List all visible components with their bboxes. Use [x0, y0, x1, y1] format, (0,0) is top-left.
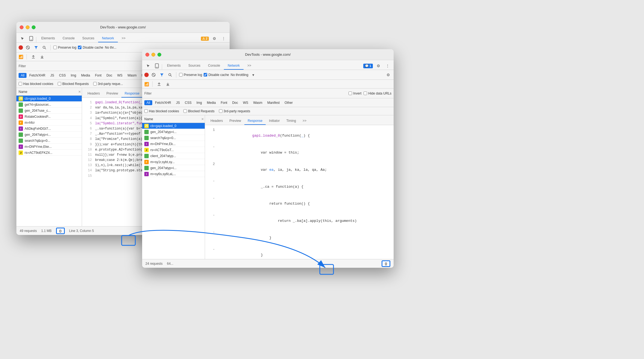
- tab-sources-back[interactable]: Sources: [78, 35, 98, 42]
- preserve-log-check-front[interactable]: [179, 73, 183, 76]
- type-font-back[interactable]: Font: [93, 73, 104, 78]
- req-item-9-back[interactable]: J rs=ACT9oEFKZ4...: [16, 150, 82, 156]
- search-button-front[interactable]: [167, 72, 173, 78]
- disable-cache-label-back[interactable]: Disable cache: [78, 46, 103, 49]
- upload-button-back[interactable]: [30, 54, 37, 60]
- tab-sources-front[interactable]: Sources: [185, 62, 204, 70]
- type-ws-back[interactable]: WS: [115, 73, 125, 78]
- disable-cache-check-front[interactable]: [204, 73, 207, 76]
- req-item-3-front[interactable]: I m=DhPYme,Ek...: [142, 141, 205, 147]
- type-img-back[interactable]: Img: [69, 73, 78, 78]
- minimize-button-back[interactable]: [26, 25, 30, 29]
- panel-tab-headers-back[interactable]: Headers: [84, 90, 103, 98]
- pretty-print-btn-back[interactable]: {}: [56, 228, 65, 234]
- close-panel-front[interactable]: ✕: [200, 117, 205, 121]
- settings-button-back[interactable]: ⚙: [210, 35, 218, 42]
- download-button-front[interactable]: [165, 81, 171, 87]
- close-button-front[interactable]: [145, 53, 149, 57]
- panel-tab-response-front[interactable]: Response: [244, 117, 266, 125]
- third-party-front[interactable]: 3rd-party requests: [219, 109, 250, 113]
- blocked-cookies-back[interactable]: Has blocked cookies: [19, 82, 53, 86]
- panel-tab-more-front[interactable]: >>: [299, 117, 310, 125]
- more-button-front[interactable]: ⋮: [384, 62, 391, 70]
- disable-cache-check-back[interactable]: [78, 46, 81, 49]
- record-button-front[interactable]: [144, 73, 149, 77]
- req-item-3-back[interactable]: D RotateCookiesP...: [16, 114, 82, 120]
- req-item-6-front[interactable]: F m=sy1r,sybt,sy...: [142, 159, 205, 165]
- panel-tab-preview-front[interactable]: Preview: [226, 117, 244, 125]
- panel-tab-headers-front[interactable]: Headers: [207, 117, 226, 125]
- type-ws-front[interactable]: WS: [241, 100, 250, 105]
- req-item-0-back[interactable]: JS cb=gapi.loaded_0: [16, 96, 82, 102]
- req-item-5-back[interactable]: I A6DkqFxHDGI7...: [16, 126, 82, 132]
- maximize-button-back[interactable]: [32, 25, 36, 29]
- type-font-front[interactable]: Font: [218, 100, 229, 105]
- type-css-front[interactable]: CSS: [183, 100, 194, 105]
- throttle-dropdown-front[interactable]: ▾: [250, 72, 256, 78]
- third-party-back[interactable]: 3rd-party reque...: [93, 82, 123, 86]
- hide-data-check-front[interactable]: [364, 92, 367, 95]
- search-button-back[interactable]: [41, 44, 48, 51]
- tab-console-back[interactable]: Console: [59, 35, 78, 42]
- panel-tab-preview-back[interactable]: Preview: [103, 90, 121, 98]
- req-item-6-back[interactable]: gen_204?atyp=i...: [16, 132, 82, 138]
- req-item-1-back[interactable]: get?rt=j&sourcei...: [16, 102, 82, 108]
- tab-elements-back[interactable]: Elements: [37, 35, 59, 42]
- req-item-8-back[interactable]: I m=DhPYme,Eke...: [16, 144, 82, 150]
- mobile-icon-front[interactable]: [153, 62, 161, 70]
- preserve-log-label-back[interactable]: Preserve log: [53, 46, 76, 49]
- type-media-back[interactable]: Media: [79, 73, 92, 78]
- panel-tab-initiator-front[interactable]: Initiator: [266, 117, 283, 125]
- type-manifest-front[interactable]: Manifest: [265, 100, 282, 105]
- preserve-log-check-back[interactable]: [53, 46, 57, 49]
- blocked-requests-front[interactable]: Blocked Requests: [183, 109, 215, 113]
- settings-icon-front[interactable]: ⚙: [385, 72, 391, 78]
- close-button-back[interactable]: [20, 25, 24, 29]
- type-wasm-front[interactable]: Wasm: [251, 100, 265, 105]
- req-item-4-back[interactable]: F m=hfcr: [16, 120, 82, 126]
- stop-button-back[interactable]: [25, 44, 31, 51]
- minimize-button-front[interactable]: [151, 53, 155, 57]
- panel-tab-timing-front[interactable]: Timing: [283, 117, 299, 125]
- filter-button-front[interactable]: [159, 72, 165, 78]
- type-other-front[interactable]: Other: [282, 100, 295, 105]
- req-item-1-front[interactable]: gen_204?atyp=i...: [142, 129, 205, 135]
- disable-cache-label-front[interactable]: Disable cache: [204, 73, 229, 77]
- tab-network-front[interactable]: Network: [224, 62, 244, 70]
- type-css-back[interactable]: CSS: [57, 73, 68, 78]
- type-doc-front[interactable]: Doc: [230, 100, 240, 105]
- filter-button-back[interactable]: [33, 44, 39, 51]
- req-item-2-back[interactable]: gen_204?use_c...: [16, 108, 82, 114]
- req-item-0-front[interactable]: JS cb=gapi.loaded_0: [142, 123, 205, 129]
- more-button-back[interactable]: ⋮: [220, 35, 227, 42]
- type-doc-back[interactable]: Doc: [104, 73, 114, 78]
- close-panel-back[interactable]: ✕: [77, 90, 82, 94]
- type-js-back[interactable]: JS: [48, 73, 56, 78]
- tab-elements-front[interactable]: Elements: [163, 62, 185, 70]
- tab-console-front[interactable]: Console: [204, 62, 224, 70]
- tab-more-front[interactable]: >>: [244, 62, 255, 70]
- type-all-back[interactable]: All: [19, 73, 27, 78]
- mobile-icon-back[interactable]: [27, 35, 35, 42]
- blocked-requests-back[interactable]: Blocked Requests: [58, 82, 89, 86]
- cursor-icon-front[interactable]: [144, 62, 152, 70]
- settings-button-front[interactable]: ⚙: [374, 62, 382, 70]
- req-item-7-front[interactable]: gen_204?atyp=i...: [142, 165, 205, 171]
- type-media-front[interactable]: Media: [205, 100, 218, 105]
- req-item-2-front[interactable]: search?q&cp=0...: [142, 135, 205, 141]
- record-button-back[interactable]: [19, 45, 23, 50]
- type-fetch-back[interactable]: Fetch/XHR: [27, 73, 48, 78]
- upload-button-front[interactable]: [156, 81, 162, 87]
- panel-tab-response-back[interactable]: Response: [121, 90, 143, 98]
- stop-button-front[interactable]: [150, 72, 157, 78]
- cursor-icon-back[interactable]: [19, 35, 26, 42]
- preserve-log-label-front[interactable]: Preserve log: [179, 73, 202, 77]
- tab-more-back[interactable]: >>: [118, 35, 129, 42]
- req-item-4-front[interactable]: J rs=ACT9oGsT...: [142, 147, 205, 153]
- invert-check-front[interactable]: [349, 92, 352, 95]
- req-item-7-back[interactable]: search?q&cp=0...: [16, 138, 82, 144]
- type-wasm-back[interactable]: Wasm: [125, 73, 139, 78]
- maximize-button-front[interactable]: [157, 53, 161, 57]
- req-item-8-front[interactable]: I m=sy6s,sy6t,aL...: [142, 171, 205, 177]
- invert-label-front[interactable]: Invert: [349, 92, 361, 95]
